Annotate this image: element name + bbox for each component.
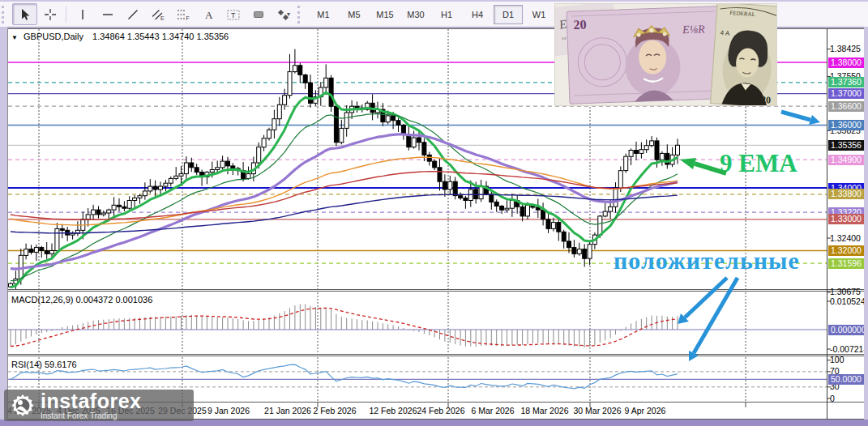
instaforex-logo: instaforex Instant Forex Trading [4, 390, 194, 421]
price-axis-tick: 1.38425 [830, 44, 861, 54]
svg-text:F: F [186, 15, 189, 21]
price-level-badge: 1.31596 [828, 258, 864, 269]
price-level-badge: 1.38000 [828, 58, 864, 68]
price-level-badge: 1.32000 [828, 245, 864, 256]
timeframe-m15-button[interactable]: M15 [370, 5, 400, 24]
price-level-badge: 1.34900 [828, 155, 864, 165]
toolbar-grip[interactable] [2, 6, 9, 23]
macd-label: MACD(12,26,9) 0.004372 0.001036 [11, 295, 152, 305]
ema-annotation: 9 EMA [720, 149, 797, 178]
positive-annotation: положительные [614, 247, 800, 275]
svg-text:E⅛R: E⅛R [682, 23, 706, 36]
arrows-tool-button[interactable]: ▾ [271, 3, 296, 25]
timeframe-d1-button[interactable]: D1 [494, 5, 523, 24]
price-level-badge: 1.36000 [828, 120, 864, 130]
price-level-badge: 1.33000 [828, 214, 864, 224]
timeframe-h4-button[interactable]: H4 [463, 5, 492, 24]
trendline-tool-button[interactable] [120, 3, 145, 25]
text-tool-button[interactable]: A [195, 3, 220, 25]
symbol-dropdown-icon[interactable]: ▼ [11, 34, 18, 41]
rsi-axis-tick: 0 [830, 394, 835, 404]
pound-note-value: 20 [573, 17, 587, 32]
macd-axis-tick: -0.007214 [830, 344, 868, 355]
date-axis-label: 18 Mar 2026 [515, 406, 574, 415]
date-axis-label: 6 Mar 2026 [464, 406, 522, 415]
timeframe-m30-button[interactable]: M30 [401, 5, 430, 24]
timeframe-w1-button[interactable]: W1 [524, 5, 554, 24]
rsi-label: RSI(14) 59.6176 [11, 360, 77, 369]
text-label-tool-button[interactable]: T [220, 3, 246, 25]
date-axis-label: 9 Apr 2026 [616, 406, 674, 415]
symbol-period-label: GBPUSD,Daily [24, 32, 83, 41]
macd-zero-badge: 0.000000 [828, 325, 868, 335]
price-axis-tick: 1.32400 [830, 233, 861, 244]
window-left-edge [0, 27, 7, 420]
chart-title: ▼ GBPUSD,Daily 1.34864 1.35443 1.34740 1… [11, 32, 229, 41]
svg-text:T: T [231, 11, 236, 19]
timeframe-toolbar: M1M5M15M30H1H4D1W1MN [308, 5, 585, 24]
logo-tagline: Instant Forex Trading [41, 412, 141, 420]
dropdown-caret-icon[interactable]: ▾ [287, 11, 290, 18]
logo-name: instaforex [41, 391, 141, 411]
timeframe-h1-button[interactable]: H1 [432, 5, 461, 24]
date-axis-label: 9 Jan 2026 [199, 406, 258, 415]
vertical-line-tool-button[interactable] [70, 3, 95, 25]
svg-text:4 A: 4 A [720, 29, 730, 37]
price-level-badge: 1.36600 [828, 101, 864, 112]
currency-notes-image: England OF TWENTY POUNDS E⅛R 20 20 20 20… [555, 4, 776, 105]
ohlc-values: 1.34864 1.35443 1.34740 1.35356 [92, 32, 229, 41]
cursor-tool-button[interactable] [12, 3, 37, 25]
drawing-toolbar: EFAT▾ [12, 3, 296, 25]
equidistant-channel-tool-button[interactable]: E [145, 3, 170, 25]
rsi-level-badge: 50.0000 [828, 374, 864, 385]
price-level-badge: 1.35356 [828, 140, 864, 151]
date-axis-label: 24 Feb 2026 [412, 406, 470, 415]
horizontal-line-tool-button[interactable] [95, 3, 120, 25]
svg-text:E: E [160, 15, 165, 21]
timeframe-m1-button[interactable]: M1 [309, 5, 338, 24]
macd-axis-tick: 0.010524 [830, 296, 866, 307]
date-axis-label: 2 Feb 2026 [306, 406, 364, 415]
price-level-badge: 1.37000 [828, 88, 864, 99]
fibonacci-tool-button[interactable]: F [170, 3, 195, 25]
crosshair-tool-button[interactable] [37, 3, 62, 25]
price-level-badge: 1.37360 [828, 77, 864, 87]
window-top-edge [0, 0, 868, 2]
metatrader-window: { "toolbar": { "tools": [ {"name":"curso… [0, 0, 868, 426]
shapes-tool-button[interactable] [246, 3, 271, 25]
instaforex-gear-icon [9, 392, 36, 420]
toolbar-grip[interactable] [297, 6, 305, 23]
toolbar-separator [66, 6, 66, 23]
window-right-edge [864, 27, 868, 420]
price-level-badge: 1.33800 [828, 189, 864, 199]
svg-text:A: A [205, 9, 213, 21]
rsi-axis-tick: 100 [830, 355, 844, 365]
timeframe-m5-button[interactable]: M5 [340, 5, 369, 24]
